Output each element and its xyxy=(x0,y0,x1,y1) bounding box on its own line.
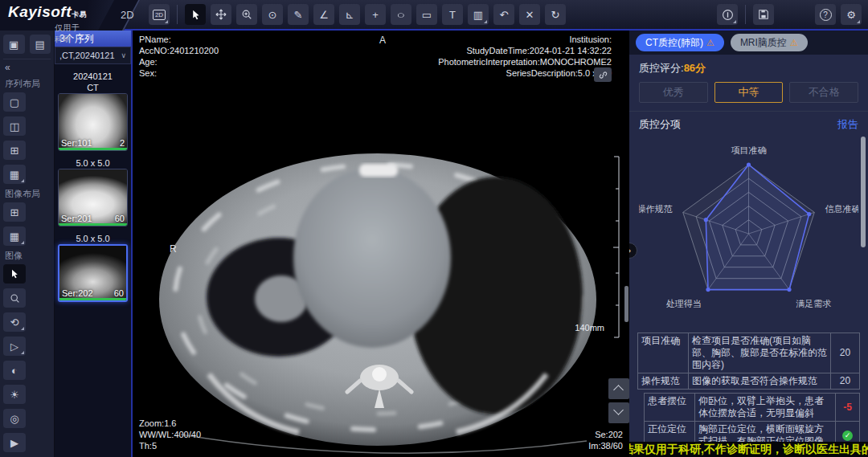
image-layout-3x3-button[interactable]: ▦ xyxy=(3,226,26,246)
window-level-button[interactable]: ⊙ xyxy=(262,4,283,25)
cine-tool-button[interactable]: ▥ xyxy=(468,4,489,25)
series-panel: 3个序列 ,CT,20240121 ∨ 20240121 CT Ser:101 … xyxy=(55,31,131,457)
close-icon: ✕ xyxy=(526,9,534,21)
series-layout-2x2-button[interactable]: ⊞ xyxy=(3,141,26,160)
svg-text:处理得当: 处理得当 xyxy=(666,299,702,308)
image-stack-scrollbar[interactable] xyxy=(624,286,628,322)
series-image-overlay: Se:202 Im:38/60 xyxy=(588,429,623,451)
series-layout-2col-button[interactable]: ◫ xyxy=(3,116,26,136)
disclaimer-text: 结果仅用于科研,不作诊断证明，诊断以医生出具的诊断 xyxy=(629,442,868,457)
row-description: 图像的获取是否符合操作规范 xyxy=(688,373,830,389)
cursor-tool-button[interactable] xyxy=(185,4,206,25)
zoom-tool-button[interactable] xyxy=(236,4,257,25)
tool-sidebar: ▣ ▤ « 序列布局 ▢ ◫ ⊞ ▦ 图像布局 ⊞ ▦ 图像 ⟲ ▷ ◐ ☀ ◎… xyxy=(0,31,55,457)
qc-subsection-title: 质控分项 xyxy=(639,117,681,132)
scroll-up-button[interactable] xyxy=(608,378,629,399)
grade-fail-button[interactable]: 不合格 xyxy=(789,82,858,103)
text-tool-button[interactable]: T xyxy=(442,4,463,25)
svg-text:信息准确: 信息准确 xyxy=(825,204,858,214)
rotate-button[interactable]: ⟲ xyxy=(3,312,26,332)
cine-play-button[interactable]: ▶ xyxy=(3,433,26,452)
image-count: 2 xyxy=(120,138,125,148)
link-series-button[interactable] xyxy=(594,67,612,82)
sidebar-collapse-button[interactable]: « xyxy=(3,59,51,74)
angle-tool-button[interactable]: ∠ xyxy=(313,4,334,25)
study-dropdown[interactable]: ,CT,20240121 ∨ xyxy=(55,47,131,64)
check-circle-icon: ✓ xyxy=(842,430,853,441)
scroll-down-button[interactable] xyxy=(608,402,629,423)
chevron-up-icon xyxy=(613,385,624,395)
report-panel-button[interactable]: ▤ xyxy=(30,35,51,54)
thumbnail-image-101[interactable]: Ser:101 2 xyxy=(58,93,128,151)
table-row: 患者摆位 仰卧位，双臂上举抱头，患者体位摆放合适，无明显偏斜 -5 xyxy=(644,393,860,422)
report-icon: ▤ xyxy=(35,39,45,51)
image-viewport[interactable]: 140mm PName: AccNO:2401210200 Age: Sex: … xyxy=(131,31,629,457)
grade-medium-button[interactable]: 中等 xyxy=(714,82,784,103)
tab-ct-qc[interactable]: CT质控(肺部) ⚠ xyxy=(636,34,724,51)
app-logo: Kayisoft卡易 仅用于科研 xyxy=(0,0,121,31)
chevron-down-icon xyxy=(613,405,624,415)
pencil-tool-button[interactable]: ✎ xyxy=(288,4,309,25)
thumb-desc: 5.0 x 5.0 xyxy=(58,157,128,169)
series-thumbnail-101[interactable]: 20240121 CT Ser:101 2 xyxy=(58,71,128,151)
sidebar-cursor-button[interactable] xyxy=(3,264,26,284)
panel-collapse-button[interactable]: › xyxy=(629,243,637,259)
ct-axial-image: 140mm xyxy=(133,31,631,457)
brightness-button[interactable]: ☀ xyxy=(3,385,26,404)
play-icon: ▶ xyxy=(10,437,18,449)
rectangle-tool-button[interactable]: ▭ xyxy=(416,4,437,25)
invert-button[interactable]: ◐ xyxy=(3,361,26,380)
reset-button[interactable]: ↻ xyxy=(545,4,566,25)
thumbnail-image-201[interactable]: Ser:201 60 xyxy=(58,169,128,226)
spiral-button[interactable]: ◎ xyxy=(3,409,26,428)
reset-icon: ↻ xyxy=(551,9,560,21)
series-layout-title: 序列布局 xyxy=(5,78,51,90)
undo-button[interactable]: ↶ xyxy=(493,4,514,25)
qc-score-value: 86分 xyxy=(684,62,706,74)
sidebar-magnify-button[interactable] xyxy=(3,288,26,308)
ruler-label-text: 140mm xyxy=(575,323,604,333)
pan-icon xyxy=(215,9,227,20)
toolbar-separator xyxy=(177,5,178,24)
tab-mri-qc[interactable]: MRI脑质控 ⚠ xyxy=(731,34,808,51)
series-thumbnail-201[interactable]: 5.0 x 5.0 Ser:201 60 xyxy=(58,157,128,226)
study-info-overlay: Institusion: StudyDateTime:2024-01-21 14… xyxy=(438,34,612,79)
save-button[interactable] xyxy=(753,4,774,25)
thumb-desc: 5.0 x 5.0 xyxy=(58,233,128,244)
info-button[interactable] xyxy=(717,4,738,25)
layout-2x2-icon: ⊞ xyxy=(10,145,19,157)
qc-score-table: 项目准确 检查项目是否准确(项目如脑部、胸部、腹部是否在标准的范围内容) 20 … xyxy=(637,333,860,457)
row-item-label: 患者摆位 xyxy=(645,394,694,421)
cobb-angle-button[interactable]: ⊾ xyxy=(339,4,360,25)
layout-2d-button[interactable]: 2D xyxy=(149,4,170,25)
image-count: 60 xyxy=(115,214,125,223)
thumbnail-image-202-selected[interactable]: Ser:202 60 xyxy=(58,244,128,302)
flip-play-icon: ▷ xyxy=(10,341,18,353)
series-layout-1x1-button[interactable]: ▢ xyxy=(3,92,26,112)
series-layout-3x3-button[interactable]: ▦ xyxy=(3,165,26,184)
grade-excellent-button[interactable]: 优秀 xyxy=(639,82,708,103)
settings-button[interactable]: ⚙ xyxy=(841,4,862,25)
ellipse-tool-button[interactable]: ○ xyxy=(391,4,411,25)
zoom-in-icon xyxy=(241,9,252,20)
target-icon: ◎ xyxy=(10,413,18,425)
crosshair-tool-button[interactable]: + xyxy=(365,4,386,25)
series-thumbnail-202[interactable]: 5.0 x 5.0 Ser:202 60 xyxy=(58,233,128,302)
load-progress-bar xyxy=(59,148,127,150)
cobb-angle-icon: ⊾ xyxy=(346,9,354,21)
flip-button[interactable]: ▷ xyxy=(3,337,26,356)
magnifier-icon xyxy=(10,293,20,304)
qc-radar-chart: 项目准确信息准确满足需求处理得当操作规范 xyxy=(639,133,858,328)
panel-layout-button[interactable]: ▣ xyxy=(3,35,25,54)
delete-annotation-button[interactable]: ✕ xyxy=(519,4,540,25)
tab-mri-qc-label: MRI脑质控 xyxy=(740,36,787,50)
pan-tool-button[interactable] xyxy=(211,4,231,25)
image-layout-2x2-button[interactable]: ⊞ xyxy=(3,202,26,222)
series-number: Ser:201 xyxy=(61,214,92,223)
patient-info-overlay: PName: AccNO:2401210200 Age: Sex: xyxy=(139,34,219,79)
angle-icon: ∠ xyxy=(319,9,329,21)
help-button[interactable]: ? xyxy=(815,4,836,25)
brightness-icon: ☀ xyxy=(10,389,19,401)
panel-scrollbar[interactable] xyxy=(861,137,866,247)
report-link[interactable]: 报告 xyxy=(837,117,858,132)
